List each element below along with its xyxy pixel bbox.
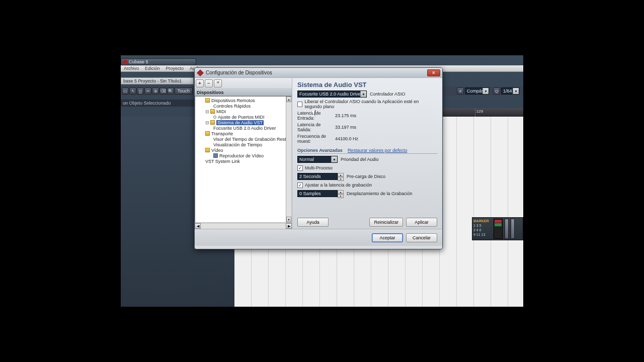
record-offset-label: Desplazamiento de la Grabación	[347, 191, 413, 196]
scroll-up-button[interactable]: ▲	[286, 97, 291, 102]
tree-item[interactable]: Focusrite USB 2.0 Audio Driver	[195, 125, 291, 131]
expand-icon[interactable]	[205, 109, 210, 114]
tree-item[interactable]: Visor del Tiempo de Grabación Restante	[195, 136, 291, 142]
tool-touch-mode[interactable]: Touch	[175, 87, 193, 95]
help-button[interactable]: Ayuda	[297, 218, 329, 227]
remove-device-button[interactable]: −	[205, 79, 213, 87]
device-tree[interactable]: Dispositivos RemotosControles RápidosMID…	[195, 96, 292, 223]
asio-driver-label: Controlador ASIO	[370, 92, 406, 97]
asio-driver-dropdown[interactable]: Focusrite USB 2.0 Audio Driver ▼	[297, 90, 367, 98]
tree-item[interactable]: Vídeo	[195, 147, 291, 153]
device-settings-panel: Sistema de Audio VST Focusrite USB 2.0 A…	[292, 78, 442, 229]
marker-row[interactable]: 1 3 5	[473, 223, 492, 228]
snap-mode-dropdown[interactable]: Compás ▼	[465, 87, 489, 95]
snap-mode-value: Compás	[467, 88, 484, 94]
tree-item-label: Reproductor de Vídeo	[219, 153, 264, 158]
marker-row[interactable]: 2 4 6	[473, 228, 492, 232]
spin-down-icon[interactable]: ▼	[338, 177, 344, 181]
app-title-bar: Cubase 5	[121, 58, 196, 65]
output-latency-value: 33.197 ms	[335, 125, 356, 130]
snap-toggle[interactable]: #	[457, 87, 464, 95]
adjust-latency-checkbox[interactable]	[297, 183, 303, 188]
restore-defaults-link[interactable]: Restaurar valores por defecto	[348, 148, 408, 153]
cancel-button[interactable]: Cancelar	[406, 233, 437, 242]
release-asio-checkbox[interactable]	[297, 102, 302, 107]
disk-preload-spinner[interactable]: ▲ ▼	[338, 173, 344, 180]
audio-priority-dropdown[interactable]: Normal ▼	[297, 156, 338, 163]
spin-up-icon[interactable]: ▲	[338, 173, 344, 177]
tree-item[interactable]: VST System Link	[195, 158, 291, 164]
folder-icon	[205, 148, 210, 152]
disk-preload-value: 2 Seconds	[299, 174, 321, 179]
document-title: base 5 Proyecto - Sin Título1	[121, 77, 194, 84]
marker-label: MARKER	[473, 219, 492, 223]
master-fader[interactable]	[505, 219, 509, 239]
sample-rate-value: 44100.0 Hz	[335, 136, 358, 141]
record-offset-field[interactable]: 0 Samples	[297, 190, 338, 197]
marker-panel: MARKER 1 3 5 2 4 6 9 11 13	[472, 217, 523, 240]
tree-item[interactable]: MIDI	[195, 109, 291, 114]
ok-button[interactable]: Aceptar	[372, 233, 403, 242]
tool-btn-zoom[interactable]: 🔍	[167, 87, 174, 95]
tool-btn-arrow[interactable]: ↖	[129, 87, 136, 95]
grid-value: 1/64	[503, 88, 512, 94]
disk-preload-label: Pre-carga de Disco	[347, 174, 385, 179]
tool-btn-glue[interactable]: ⊕	[152, 87, 159, 95]
audio-priority-label: Prioridad del Audio	[341, 157, 379, 162]
folder-icon	[205, 131, 210, 136]
reset-device-button[interactable]: ᴴ	[214, 79, 222, 87]
radio-icon	[213, 116, 216, 119]
menu-edicion[interactable]: Edición	[142, 66, 163, 71]
input-latency-value: 23.175 ms	[335, 113, 356, 118]
tree-item-label: Visualización de Tiempo	[213, 142, 262, 147]
record-offset-spinner[interactable]: ▲ ▼	[338, 190, 344, 197]
tree-scrollbar[interactable]: ▲ ▼	[286, 97, 291, 222]
tree-item[interactable]: Sistema de Audio VST	[195, 120, 291, 125]
release-asio-label: Liberar el Controlador ASIO cuando la Ap…	[304, 99, 437, 109]
tree-item[interactable]: Reproductor de Vídeo	[195, 153, 291, 158]
spin-up-icon[interactable]: ▲	[338, 190, 344, 194]
tool-btn-range[interactable]: []	[137, 87, 144, 95]
ruler-mark: 129	[475, 108, 523, 117]
audio-priority-value: Normal	[299, 157, 314, 162]
disk-preload-field[interactable]: 2 Seconds	[297, 173, 338, 180]
expand-icon[interactable]	[205, 120, 210, 125]
tool-btn-1[interactable]: ▭	[122, 87, 129, 95]
dialog-title-bar[interactable]: Configuración de Dispositivos ✕	[195, 68, 442, 78]
tree-h-scrollbar[interactable]: ◀ ▶	[195, 223, 292, 229]
add-device-button[interactable]: +	[196, 79, 204, 87]
tree-item[interactable]: Transporte	[195, 131, 291, 136]
tree-header: Dispositivos	[195, 89, 292, 96]
grid-value-dropdown[interactable]: 1/64 ▼	[501, 87, 519, 95]
scroll-down-button[interactable]: ▼	[286, 217, 291, 222]
tree-item[interactable]: Ajuste de Puertos MIDI	[195, 114, 291, 120]
level-meter	[494, 219, 503, 239]
menu-proyecto[interactable]: Proyecto	[163, 66, 187, 71]
multiprocess-checkbox[interactable]	[297, 165, 303, 171]
marker-row[interactable]: 9 11 13	[473, 232, 492, 237]
app-title: Cubase 5	[129, 59, 148, 64]
apply-button[interactable]: Aplicar	[406, 218, 437, 227]
tree-item[interactable]: Visualización de Tiempo	[195, 142, 291, 147]
tree-item-label: Vídeo	[211, 148, 223, 153]
scroll-right-button[interactable]: ▶	[286, 223, 292, 229]
advanced-options-header: Opciones Avanzadas	[297, 148, 343, 153]
multiprocess-label: Multi-Proceso	[305, 165, 333, 170]
tool-btn-erase[interactable]: ⌫	[159, 87, 167, 95]
close-button[interactable]: ✕	[427, 69, 440, 76]
scroll-left-button[interactable]: ◀	[195, 223, 201, 229]
tree-item-label: Sistema de Audio VST	[216, 120, 264, 125]
quantize-toggle[interactable]: Q	[493, 87, 500, 95]
tool-btn-split[interactable]: ✂	[144, 87, 151, 95]
spin-down-icon[interactable]: ▼	[338, 194, 344, 198]
tree-item-label: MIDI	[216, 109, 226, 114]
tree-item[interactable]: Dispositivos Remotos	[195, 98, 291, 103]
master-fader-2[interactable]	[511, 219, 515, 239]
tree-item-label: Transporte	[211, 131, 233, 136]
tree-item[interactable]: Controles Rápidos	[195, 103, 291, 109]
folder-icon	[210, 109, 215, 114]
folder-icon	[210, 120, 215, 125]
chevron-down-icon: ▼	[513, 88, 519, 94]
menu-archivo[interactable]: Archivo	[121, 66, 142, 71]
reset-button[interactable]: Reinicializar	[369, 218, 403, 227]
